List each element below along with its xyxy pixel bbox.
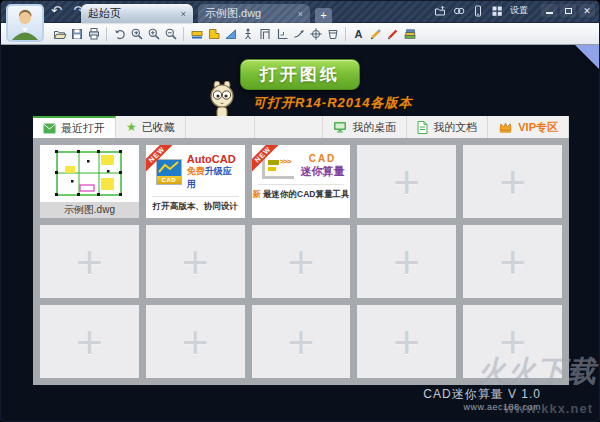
toolbar-separator: [106, 27, 107, 41]
text-tool-icon[interactable]: A: [350, 25, 367, 43]
mobile-icon[interactable]: [472, 5, 484, 17]
tab-label: 我的文档: [433, 120, 477, 135]
empty-slot[interactable]: +: [40, 305, 139, 378]
library-icon[interactable]: [401, 25, 418, 43]
caption-text: 最迷你的CAD算量工具: [263, 189, 349, 199]
tab-my-documents[interactable]: 我的文档: [407, 116, 488, 138]
zoom-out-icon[interactable]: [162, 25, 179, 43]
maximize-button[interactable]: [560, 4, 576, 17]
apps-icon[interactable]: [491, 5, 503, 17]
product-version-label: CAD迷你算量 V 1.0: [423, 387, 541, 402]
free-label: 免费: [187, 166, 205, 176]
window-controls: ✕: [541, 4, 595, 17]
card-divider: [258, 184, 345, 185]
floorplan-thumbnail: [47, 148, 131, 200]
app-window: ↶ ↷ 起始页 × 示例图.dwg × +: [0, 0, 600, 422]
tab-label: 已收藏: [142, 120, 175, 135]
empty-slot[interactable]: +: [463, 225, 562, 298]
empty-slot[interactable]: +: [357, 145, 456, 218]
bar-shape: [268, 167, 276, 171]
close-button[interactable]: ✕: [579, 4, 595, 17]
plus-icon: +: [463, 145, 562, 218]
center-tool-icon[interactable]: [307, 25, 324, 43]
empty-slot[interactable]: +: [252, 225, 351, 298]
service-icon[interactable]: [453, 5, 465, 17]
walk-measure-icon[interactable]: [239, 25, 256, 43]
arrows-glyph: >>>: [280, 157, 291, 166]
file-tile-sample-drawing[interactable]: 示例图.dwg: [40, 145, 139, 218]
tab-drawing-file[interactable]: 示例图.dwg ×: [198, 4, 310, 23]
pencil-tool-icon[interactable]: [367, 25, 384, 43]
empty-slot[interactable]: +: [146, 305, 245, 378]
maximize-icon: [565, 8, 572, 14]
plus-icon: +: [463, 305, 562, 378]
plus-icon: +: [357, 225, 456, 298]
zoom-in-icon[interactable]: [145, 25, 162, 43]
zoom-extents-icon[interactable]: [128, 25, 145, 43]
hatch-tool-icon[interactable]: [188, 25, 205, 43]
settings-button[interactable]: 设置: [510, 4, 528, 17]
empty-slot[interactable]: +: [146, 225, 245, 298]
tab-start-page[interactable]: 起始页 ×: [81, 4, 193, 23]
empty-slot[interactable]: +: [40, 225, 139, 298]
plus-icon: +: [252, 225, 351, 298]
volume-tool-icon[interactable]: [324, 25, 341, 43]
new-tab-button[interactable]: +: [315, 8, 332, 23]
plus-icon: +: [252, 305, 351, 378]
header-spacer: [255, 116, 324, 138]
empty-slot[interactable]: +: [357, 305, 456, 378]
tab-my-desktop[interactable]: 我的桌面: [323, 116, 407, 138]
file-panel: 最近打开 ★ 已收藏 我的桌面: [33, 116, 569, 385]
close-tab-icon[interactable]: ×: [294, 9, 303, 19]
corner-tool-icon[interactable]: [273, 25, 290, 43]
header-spacer: [186, 116, 255, 138]
card-title-en: CAD: [299, 153, 347, 164]
tab-label: VIP专区: [518, 120, 558, 135]
tab-vip-zone[interactable]: VIP专区: [488, 116, 569, 138]
main-content: 打开图纸 可打开R14-R2014各版本 最: [1, 45, 599, 422]
minimize-button[interactable]: [541, 4, 557, 17]
close-tab-icon[interactable]: ×: [177, 9, 186, 19]
plus-icon: +: [40, 305, 139, 378]
empty-slot[interactable]: +: [357, 225, 456, 298]
user-avatar[interactable]: [6, 4, 44, 42]
card-caption: 打开高版本、协同设计: [146, 201, 245, 213]
share-icon[interactable]: [434, 5, 446, 17]
tab-label: 起始页: [88, 6, 121, 21]
plus-icon: +: [357, 305, 456, 378]
crown-icon: [498, 121, 513, 133]
autocad-promo-card[interactable]: NEW CAD AutoCAD 免费升级应用: [146, 145, 245, 218]
suanliang-promo-card[interactable]: NEW >>> CAD 迷你算量 新最迷: [252, 145, 351, 218]
tab-favorites[interactable]: ★ 已收藏: [116, 116, 186, 138]
vendor-site-label: www.aec188.com: [423, 402, 541, 413]
toolbar-separator: [183, 27, 184, 41]
tab-label: 我的桌面: [352, 120, 396, 135]
tab-recent-files[interactable]: 最近打开: [33, 116, 116, 138]
star-icon: ★: [126, 121, 137, 133]
leader-tool-icon[interactable]: [290, 25, 307, 43]
titlebar: ↶ ↷ 起始页 × 示例图.dwg × +: [1, 1, 599, 23]
slope-tool-icon[interactable]: [222, 25, 239, 43]
tab-label: 最近打开: [61, 121, 105, 136]
document-icon: [417, 121, 428, 134]
version-tagline: 可打开R14-R2014各版本: [253, 94, 413, 112]
undo-icon[interactable]: [111, 25, 128, 43]
empty-slot[interactable]: +: [252, 305, 351, 378]
open-icon[interactable]: [51, 25, 68, 43]
area-tool-icon[interactable]: [205, 25, 222, 43]
autocad-logo-text: CAD: [157, 176, 181, 184]
marker-tool-icon[interactable]: [384, 25, 401, 43]
print-icon[interactable]: [85, 25, 102, 43]
card-title-cn: 迷你算量: [299, 164, 347, 179]
corner-peel-icon[interactable]: [575, 45, 599, 69]
bar-shape: [268, 160, 279, 165]
plus-icon: +: [40, 225, 139, 298]
empty-slot[interactable]: +: [463, 145, 562, 218]
back-icon[interactable]: ↶: [51, 3, 66, 18]
open-drawing-button[interactable]: 打开图纸: [240, 59, 360, 90]
plus-icon: +: [463, 225, 562, 298]
empty-slot[interactable]: +: [463, 305, 562, 378]
save-icon[interactable]: [68, 25, 85, 43]
panel-header: 最近打开 ★ 已收藏 我的桌面: [33, 116, 569, 138]
door-tool-icon[interactable]: [256, 25, 273, 43]
